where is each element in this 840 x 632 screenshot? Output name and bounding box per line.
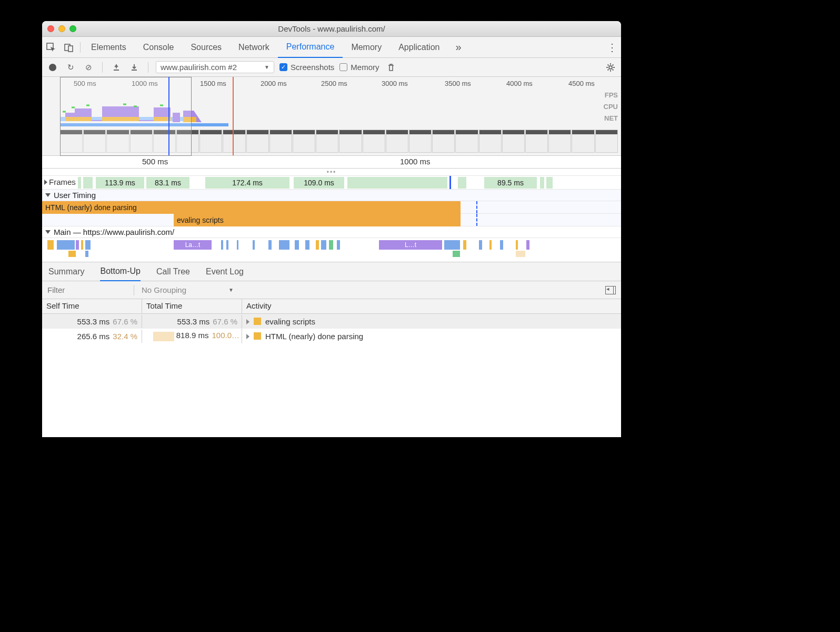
thumb: [525, 130, 548, 153]
user-timing-row: HTML (nearly) done parsing: [42, 201, 621, 214]
sidebar-toggle-icon[interactable]: [605, 286, 616, 294]
detail-tab-call-tree[interactable]: Call Tree: [156, 262, 190, 281]
expand-triangle-icon[interactable]: [246, 334, 249, 339]
record-button[interactable]: [46, 61, 59, 74]
more-tabs-icon[interactable]: »: [448, 41, 468, 53]
zoom-icon[interactable]: [69, 25, 76, 32]
flame-block[interactable]: L…t: [379, 240, 442, 250]
frame-block[interactable]: 172.4 ms: [205, 177, 289, 189]
col-total-time[interactable]: Total Time: [142, 299, 242, 313]
expand-triangle-icon[interactable]: [246, 319, 249, 324]
screenshots-checkbox[interactable]: ✓ Screenshots: [279, 63, 334, 72]
flame-block[interactable]: [337, 240, 340, 250]
memory-label: Memory: [351, 63, 379, 72]
tab-memory[interactable]: Memory: [343, 37, 390, 58]
grouping-select[interactable]: No Grouping ▼: [136, 285, 239, 294]
detail-tab-summary[interactable]: Summary: [48, 262, 84, 281]
flame-block[interactable]: [226, 240, 228, 250]
cpu-label: CPU: [604, 101, 618, 113]
frame-block[interactable]: 83.1 ms: [146, 177, 189, 189]
minimize-icon[interactable]: [58, 25, 65, 32]
flame-block[interactable]: [253, 240, 255, 250]
frame-block[interactable]: [546, 177, 553, 189]
reload-record-icon[interactable]: ↻: [64, 61, 77, 74]
total-pct: 100.0…: [212, 331, 239, 340]
tab-elements[interactable]: Elements: [83, 37, 135, 58]
flame-block[interactable]: [268, 240, 272, 250]
flame-block[interactable]: [76, 240, 79, 250]
recording-select[interactable]: www.paulirish.com #2 ▼: [156, 61, 274, 73]
frame-block[interactable]: 113.9 ms: [96, 177, 144, 189]
flame-block[interactable]: [321, 240, 326, 250]
frame-block[interactable]: 109.0 ms: [294, 177, 344, 189]
overview-window-handle[interactable]: [60, 77, 192, 156]
flame-block[interactable]: [316, 240, 319, 250]
frame-block[interactable]: [458, 177, 466, 189]
divider: [102, 62, 103, 73]
timing-bar-evaling-scripts[interactable]: evaling scripts: [174, 214, 461, 226]
flame-block[interactable]: [516, 240, 518, 250]
frame-block[interactable]: 89.5 ms: [484, 177, 537, 189]
flame-block[interactable]: [47, 240, 54, 250]
flame-block[interactable]: [516, 251, 525, 257]
self-time: 265.6 ms: [77, 332, 110, 341]
flame-block[interactable]: [81, 240, 83, 250]
flame-block[interactable]: [221, 240, 223, 250]
frame-block[interactable]: [83, 177, 93, 189]
flame-block[interactable]: [305, 240, 309, 250]
settings-gear-icon[interactable]: [604, 61, 617, 74]
table-row[interactable]: 265.6 ms32.4 % 818.9 ms100.0… HTML (near…: [42, 329, 621, 343]
close-icon[interactable]: [47, 25, 54, 32]
load-marker: [168, 77, 169, 155]
device-toolbar-icon[interactable]: [60, 43, 78, 52]
flame-block[interactable]: [453, 251, 460, 257]
flame-block[interactable]: [85, 240, 91, 250]
kebab-menu-icon[interactable]: ⋮: [603, 41, 621, 54]
flame-block[interactable]: [85, 251, 88, 257]
col-self-time[interactable]: Self Time: [42, 299, 142, 313]
collapsed-track-indicator[interactable]: •••: [42, 169, 621, 176]
detail-tab-bottom-up[interactable]: Bottom-Up: [100, 262, 140, 281]
flame-block[interactable]: [463, 240, 466, 250]
flame-block[interactable]: [57, 240, 75, 250]
flame-block[interactable]: [329, 240, 333, 250]
clear-icon[interactable]: ⊘: [82, 61, 95, 74]
window-title: DevTools - www.paulirish.com/: [42, 24, 621, 33]
detail-tab-event-log[interactable]: Event Log: [206, 262, 244, 281]
user-timing-label[interactable]: User Timing: [42, 190, 621, 201]
inspect-element-icon[interactable]: [42, 43, 60, 52]
tab-network[interactable]: Network: [230, 37, 278, 58]
flame-block[interactable]: [237, 240, 238, 250]
frame-block[interactable]: [347, 177, 447, 189]
tab-sources[interactable]: Sources: [182, 37, 230, 58]
flame-block[interactable]: [279, 240, 289, 250]
flame-block[interactable]: [500, 240, 503, 250]
filter-input[interactable]: [42, 283, 132, 297]
frame-block[interactable]: [540, 177, 544, 189]
overview-timeline[interactable]: 500 ms 1000 ms 1500 ms 2000 ms 2500 ms 3…: [42, 77, 621, 156]
flame-block[interactable]: La…t: [174, 240, 212, 250]
tab-application[interactable]: Application: [390, 37, 448, 58]
main-thread-label[interactable]: Main — https://www.paulirish.com/: [42, 226, 621, 238]
ruler-tick: 500 ms: [142, 157, 168, 166]
load-profile-icon[interactable]: [110, 61, 123, 74]
tab-console[interactable]: Console: [135, 37, 183, 58]
memory-checkbox[interactable]: Memory: [339, 63, 379, 72]
col-activity[interactable]: Activity: [242, 299, 621, 313]
flame-block[interactable]: [489, 240, 492, 250]
flame-ruler[interactable]: 500 ms 1000 ms: [42, 156, 621, 169]
frames-label[interactable]: Frames: [44, 177, 76, 186]
timing-bar-html-parsing[interactable]: HTML (nearly) done parsing: [42, 201, 461, 214]
flame-block[interactable]: [295, 240, 299, 250]
flame-block[interactable]: [526, 240, 529, 250]
flame-block[interactable]: [444, 240, 460, 250]
save-profile-icon[interactable]: [128, 61, 141, 74]
flame-block[interactable]: [479, 240, 482, 250]
flame-block[interactable]: [68, 251, 76, 257]
gc-trash-icon[interactable]: [385, 61, 397, 74]
main-thread-track[interactable]: La…t L…t: [42, 238, 621, 262]
table-row[interactable]: 553.3 ms67.6 % 553.3 ms67.6 % evaling sc…: [42, 314, 621, 329]
frames-track[interactable]: Frames 113.9 ms 83.1 ms 172.4 ms 109.0 m…: [42, 176, 621, 190]
frame-block[interactable]: [78, 177, 81, 189]
tab-performance[interactable]: Performance: [278, 37, 343, 58]
